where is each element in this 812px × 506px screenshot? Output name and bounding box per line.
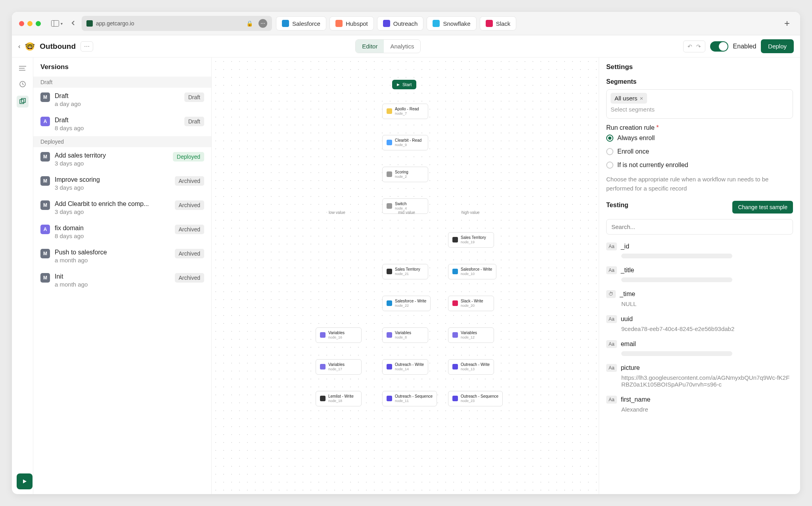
field-type-badge: ⏱ (606, 290, 616, 298)
enabled-toggle[interactable] (710, 41, 728, 52)
rule-option[interactable]: If is not currently enrolled (606, 158, 793, 172)
bookmark-slack[interactable]: Slack (480, 16, 517, 31)
node-icon (452, 364, 458, 369)
close-window[interactable] (19, 21, 24, 26)
version-name: Draft (55, 92, 166, 100)
bookmark-outreach[interactable]: Outreach (377, 16, 424, 31)
nav-back[interactable] (69, 19, 78, 29)
rule-option[interactable]: Always enroll (606, 131, 793, 145)
workflow-node[interactable]: Variablesnode_8 (382, 327, 428, 343)
field-value: https://lh3.googleusercontent.com/a/AGNm… (621, 374, 793, 388)
redo-button[interactable]: ↷ (696, 43, 701, 50)
rail-list-icon[interactable] (18, 64, 27, 73)
version-item[interactable]: M Add sales territory 3 days ago Deploye… (33, 147, 211, 171)
version-item[interactable]: M Init a month ago Archived (33, 268, 211, 292)
segment-chip: All users × (611, 93, 647, 104)
version-item[interactable]: A fix domain 8 days ago Archived (33, 220, 211, 244)
tab-editor[interactable]: Editor (356, 40, 384, 53)
sidebar-toggle[interactable]: ▾ (49, 19, 65, 28)
back-button[interactable]: ‹ (18, 43, 20, 50)
workflow-node[interactable]: Salesforce - Writenode_10 (448, 264, 496, 279)
chip-remove-icon[interactable]: × (640, 95, 643, 102)
rail-history-icon[interactable] (18, 80, 27, 89)
node-icon (452, 269, 458, 274)
minimize-window[interactable] (27, 21, 33, 26)
field-name: _time (620, 291, 635, 298)
rail-versions-icon[interactable] (17, 96, 29, 108)
version-badge: Draft (184, 117, 204, 126)
workflow-node[interactable]: Outreach - Sequencenode_11 (382, 391, 437, 406)
rule-option[interactable]: Enroll once (606, 145, 793, 158)
change-test-sample-button[interactable]: Change test sample (732, 201, 793, 214)
lock-icon: 🔒 (246, 20, 253, 27)
workflow-node[interactable]: Apollo - Readnode_7 (382, 104, 428, 119)
field-name: uuid (621, 316, 633, 323)
radio-icon (606, 148, 613, 155)
undo-button[interactable]: ↶ (688, 43, 692, 50)
workflow-node[interactable]: Salesforce - Writenode_22 (382, 296, 431, 311)
workflow-node[interactable]: Variablesnode_16 (316, 327, 362, 343)
testing-search[interactable] (606, 219, 793, 235)
version-item[interactable]: M Push to salesforce a month ago Archive… (33, 244, 211, 268)
version-item[interactable]: A Draft 8 days ago Draft (33, 112, 211, 136)
avatar: A (40, 225, 50, 234)
workflow-node[interactable]: Sales Territorynode_21 (382, 264, 428, 279)
avatar: M (40, 152, 50, 162)
workflow-node[interactable]: Variablesnode_17 (316, 359, 362, 375)
avatar: M (40, 200, 50, 210)
version-item[interactable]: M Add Clearbit to enrich the comp... 3 d… (33, 196, 211, 220)
deploy-button[interactable]: Deploy (761, 39, 794, 53)
version-badge: Archived (175, 200, 204, 210)
version-badge: Archived (175, 273, 204, 283)
node-icon (320, 364, 326, 369)
field-type-badge: Aa (606, 266, 617, 274)
branch-label-low: low value (329, 210, 345, 215)
node-icon (452, 300, 458, 306)
run-button[interactable] (17, 473, 33, 489)
workflow-node[interactable]: Sales Territorynode_19 (448, 232, 494, 248)
rule-label: Run creation rule * (606, 124, 793, 131)
workflow-node[interactable]: Scoringnode_2 (382, 167, 428, 182)
version-item[interactable]: M Improve scoring 3 days ago Archived (33, 171, 211, 196)
testing-title: Testing (606, 202, 628, 209)
workflow-node[interactable]: Outreach - Writenode_13 (448, 359, 494, 375)
workflow-title: Outbound (40, 42, 76, 51)
new-tab-button[interactable]: + (781, 18, 793, 29)
bookmark-icon (383, 20, 390, 27)
node-icon (452, 332, 458, 338)
segments-title: Segments (606, 78, 793, 85)
version-item[interactable]: M Draft a day ago Draft (33, 88, 211, 112)
bookmark-hubspot[interactable]: Hubspot (329, 16, 374, 31)
version-time: a day ago (55, 100, 180, 107)
url-more-icon[interactable]: ⋯ (259, 19, 267, 28)
workflow-node[interactable]: Clearbit - Readnode_9 (382, 135, 428, 150)
radio-icon (606, 135, 613, 142)
field-skeleton (621, 254, 732, 258)
workflow-canvas[interactable]: ▶ Start Apollo - Readnode_7 Clearbit - R… (212, 58, 599, 494)
avatar: M (40, 273, 50, 283)
workflow-node[interactable]: Slack - Writenode_20 (448, 296, 494, 311)
workflow-node[interactable]: Lemlist - Writenode_18 (316, 391, 362, 406)
node-icon (387, 140, 392, 145)
workflow-node[interactable]: Outreach - Sequencenode_23 (448, 391, 503, 406)
bookmark-salesforce[interactable]: Salesforce (276, 16, 326, 31)
avatar: M (40, 249, 50, 258)
field-value: NULL (621, 300, 793, 307)
node-start[interactable]: ▶ Start (392, 80, 416, 89)
test-field: Aa uuid9cedea78-eeb7-40c4-8245-e2e56b93d… (606, 311, 793, 336)
version-name: Add Clearbit to enrich the comp... (55, 200, 166, 208)
version-badge: Archived (175, 225, 204, 234)
workflow-node[interactable]: Variablesnode_12 (448, 327, 494, 343)
url-bar[interactable]: app.getcargo.io 🔒 ⋯ (82, 16, 272, 31)
field-name: email (621, 341, 636, 348)
segments-input[interactable]: All users × Select segments (606, 89, 793, 119)
bookmark-icon (433, 20, 440, 27)
tab-analytics[interactable]: Analytics (384, 40, 420, 53)
maximize-window[interactable] (36, 21, 41, 26)
version-name: fix domain (55, 225, 166, 232)
test-field: ⏱ _timeNULL (606, 286, 793, 311)
bookmark-snowflake[interactable]: Snowflake (427, 16, 476, 31)
more-menu[interactable]: ⋯ (80, 41, 93, 52)
workflow-node[interactable]: Outreach - Writenode_14 (382, 359, 428, 375)
node-icon (320, 332, 326, 338)
